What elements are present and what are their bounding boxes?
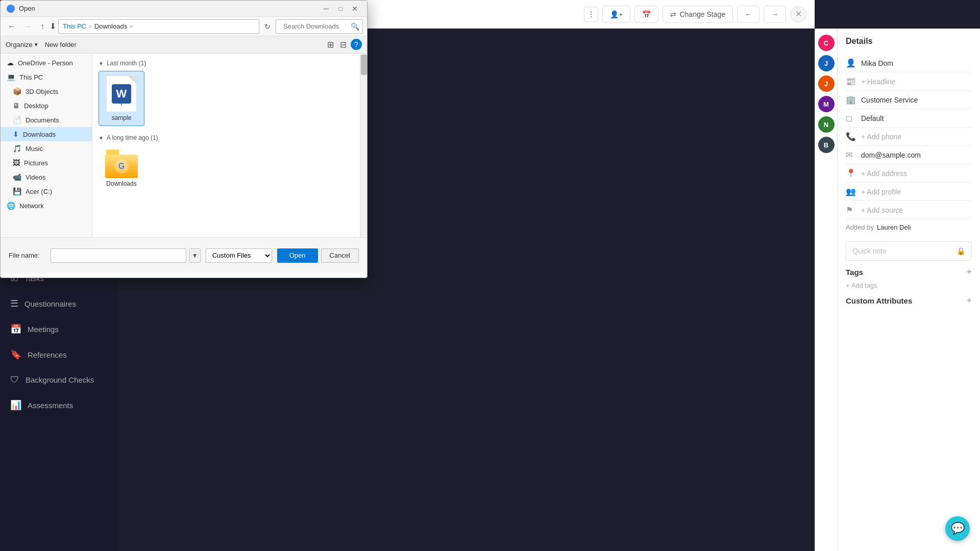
assessments-icon: 📊	[10, 399, 21, 411]
scrollbar-thumb[interactable]	[361, 55, 367, 75]
dialog-close-button[interactable]: ✕	[349, 3, 361, 15]
tags-row: Tags +	[846, 267, 972, 278]
sidebar-item-references[interactable]: 🔖 References	[0, 342, 117, 367]
videos-icon: 📹	[13, 173, 21, 181]
forward-button[interactable]: →	[764, 6, 786, 23]
added-by-row: Added by Lauren Deli	[846, 219, 972, 235]
dialog-search-input[interactable]	[279, 19, 351, 34]
references-icon: 🔖	[10, 349, 21, 360]
detail-phone-row[interactable]: 📞 + Add phone	[846, 128, 972, 146]
acer-icon: 💾	[13, 187, 21, 195]
dialog-forward-button[interactable]: →	[21, 21, 35, 32]
long-ago-label: A long time ago (1)	[107, 134, 158, 141]
sidebar-pictures[interactable]: 🖼 Pictures	[1, 156, 92, 170]
sidebar-acer[interactable]: 💾 Acer (C:)	[1, 184, 92, 198]
dialog-action-buttons: Open Cancel	[277, 248, 359, 263]
path-downloads[interactable]: Downloads	[94, 22, 127, 30]
folder-tab	[106, 149, 119, 155]
more-options-button[interactable]: ⋮	[584, 7, 598, 22]
cancel-button[interactable]: Cancel	[321, 248, 359, 263]
3d-objects-icon: 📦	[13, 87, 21, 95]
avatar-j2[interactable]: J	[818, 76, 835, 92]
content-scrollbar[interactable]	[360, 54, 367, 237]
open-button[interactable]: Open	[277, 248, 318, 263]
file-group-long-ago[interactable]: ▼ A long time ago (1)	[99, 132, 361, 145]
sidebar-this-pc[interactable]: 💻 This PC	[1, 70, 92, 84]
new-folder-button[interactable]: New folder	[45, 41, 77, 48]
back-button[interactable]: ←	[737, 6, 760, 23]
word-badge: W	[112, 84, 131, 104]
right-panel: Details 👤 Mika Dom 📰 + Headline 🏢 Custom…	[837, 29, 980, 551]
dialog-refresh-button[interactable]: ↻	[261, 21, 274, 32]
sidebar-network[interactable]: 🌐 Network	[1, 198, 92, 213]
add-tag-button[interactable]: +	[966, 267, 972, 278]
path-this-pc[interactable]: This PC	[63, 22, 86, 30]
filename-label: File name:	[9, 252, 45, 259]
person-icon: 👤	[846, 58, 856, 68]
meetings-icon: 📅	[10, 323, 21, 335]
dialog-nav-bar: ← → ↑ ⬇ This PC > Downloads > ↻ 🔍	[1, 17, 367, 36]
desktop-icon: 🖥	[13, 102, 20, 110]
sidebar-item-label: Background Checks	[26, 375, 94, 384]
file-item-sample[interactable]: W sample	[99, 71, 144, 126]
organize-button[interactable]: Organize ▼	[6, 41, 39, 48]
file-name-sample: sample	[112, 114, 132, 121]
avatar-n[interactable]: N	[818, 116, 835, 133]
detail-source-row[interactable]: ⚑ + Add source	[846, 201, 972, 219]
onedrive-icon: ☁	[7, 59, 14, 67]
avatar-b[interactable]: B	[818, 137, 835, 153]
email-icon: ✉	[846, 150, 856, 160]
avatar-j1[interactable]: J	[818, 55, 835, 71]
dialog-up-button[interactable]: ↑	[37, 21, 47, 32]
view-columns-button[interactable]: ⊟	[338, 39, 349, 51]
sidebar-desktop[interactable]: 🖥 Desktop	[1, 98, 92, 113]
minimize-button[interactable]: ─	[320, 3, 332, 15]
filename-dropdown-icon[interactable]: ▼	[189, 248, 201, 263]
address-placeholder: + Add address	[861, 169, 907, 178]
sidebar-documents[interactable]: 📄 Documents	[1, 113, 92, 127]
detail-address-row[interactable]: 📍 + Add address	[846, 164, 972, 183]
change-stage-button[interactable]: ⇄ Change Stage	[663, 6, 733, 23]
dialog-titlebar: Open ─ □ ✕	[1, 1, 367, 17]
view-grid-button[interactable]: ⊞	[325, 39, 336, 51]
sidebar-item-label: Meetings	[28, 325, 59, 334]
avatar-c[interactable]: C	[818, 35, 835, 51]
file-group-last-month[interactable]: ▼ Last month (1)	[99, 58, 361, 71]
sidebar-item-assessments[interactable]: 📊 Assessments	[0, 392, 117, 418]
filename-input[interactable]	[51, 248, 186, 263]
quick-note-box[interactable]: Quick note 🔒	[846, 241, 972, 261]
collapse-icon-last-month: ▼	[99, 61, 104, 66]
add-tags-text[interactable]: + Add tags	[846, 282, 972, 289]
headline-placeholder: + Headline	[861, 78, 895, 86]
sidebar-onedrive[interactable]: ☁ OneDrive - Person	[1, 56, 92, 70]
background-checks-icon: 🛡	[10, 374, 19, 385]
maximize-button[interactable]: □	[334, 3, 347, 15]
calendar-button[interactable]: 📅	[634, 6, 658, 23]
close-panel-button[interactable]: ✕	[790, 6, 806, 22]
profile-icon: 👥	[846, 187, 856, 196]
chat-button[interactable]: 💬	[945, 516, 970, 541]
dialog-back-button[interactable]: ←	[5, 21, 19, 32]
help-button[interactable]: ?	[351, 39, 362, 50]
add-person-button[interactable]: 👤+	[602, 6, 630, 23]
sidebar-3d-objects[interactable]: 📦 3D Objects	[1, 84, 92, 98]
sidebar-item-meetings[interactable]: 📅 Meetings	[0, 316, 117, 342]
sidebar-videos[interactable]: 📹 Videos	[1, 170, 92, 184]
sidebar-item-label: Assessments	[28, 401, 73, 410]
department-value: Customer Service	[861, 96, 918, 104]
source-icon: ⚑	[846, 205, 856, 215]
sidebar-item-background-checks[interactable]: 🛡 Background Checks	[0, 367, 117, 392]
sidebar-downloads[interactable]: ⬇ Downloads	[1, 127, 92, 141]
pictures-icon: 🖼	[13, 159, 20, 167]
sidebar-item-questionnaires[interactable]: ☰ Questionnaires	[0, 291, 117, 316]
file-item-downloads-folder[interactable]: G Downloads	[99, 145, 144, 191]
phone-placeholder: + Add phone	[861, 133, 901, 141]
filetype-select[interactable]: Custom Files All Files	[206, 248, 272, 263]
sidebar-music[interactable]: 🎵 Music	[1, 141, 92, 156]
headline-icon: 📰	[846, 77, 856, 86]
avatar-m[interactable]: M	[818, 96, 835, 112]
pipeline-icon: ◻	[846, 113, 856, 123]
detail-profile-row[interactable]: 👥 + Add profile	[846, 183, 972, 201]
add-custom-attr-button[interactable]: +	[966, 295, 972, 306]
detail-headline-row[interactable]: 📰 + Headline	[846, 72, 972, 91]
